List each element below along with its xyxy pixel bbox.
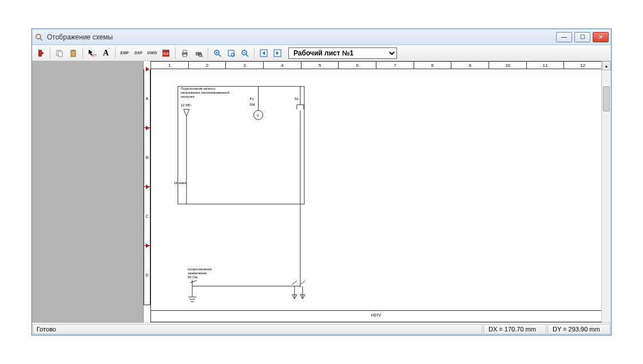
status-dy: DY = 293.90 mm: [547, 324, 610, 334]
app-window: Отображение схемы — ☐ ✕ ATT A EMF DXF DW…: [31, 29, 612, 335]
text-tool-button[interactable]: A: [100, 47, 112, 59]
sheet-selector[interactable]: Рабочий лист №1: [288, 47, 397, 59]
svg-rect-4: [58, 51, 62, 57]
export-pdf-button[interactable]: PDF: [160, 47, 172, 59]
export-emf-button[interactable]: EMF: [118, 47, 131, 59]
svg-rect-27: [178, 86, 304, 204]
workspace: ▴ 12 34 56 78 910 1112 A B C D: [32, 61, 611, 322]
left-panel: [32, 61, 144, 322]
separator: [50, 47, 50, 59]
svg-text:SM: SM: [250, 103, 255, 106]
scroll-up-button[interactable]: ▴: [602, 61, 611, 70]
zoom-fit-button[interactable]: [225, 47, 237, 59]
vertical-ruler: A B C D: [144, 69, 150, 305]
svg-rect-11: [183, 50, 186, 53]
svg-text:V: V: [257, 114, 259, 117]
print-button[interactable]: [178, 47, 191, 59]
separator: [82, 47, 83, 59]
svg-rect-6: [72, 50, 74, 51]
toolbar: ATT A EMF DXF DWG PDF Рабочий лист №1: [32, 45, 611, 61]
svg-line-58: [292, 281, 297, 285]
svg-text:Подключение низкого: Подключение низкого: [181, 87, 216, 90]
svg-rect-2: [38, 50, 42, 57]
window-buttons: — ☐ ✕: [556, 32, 609, 42]
schematic-svg: Подключение низкого напряжения запланиро…: [151, 69, 601, 322]
zoom-in-button[interactable]: [211, 47, 224, 59]
svg-text:заземления: заземления: [188, 271, 207, 275]
paste-button[interactable]: [67, 47, 80, 59]
svg-text:50 Ом: 50 Ом: [188, 275, 197, 279]
export-dxf-button[interactable]: DXF: [132, 47, 145, 59]
svg-text:12 КВт: 12 КВт: [181, 103, 192, 107]
print-preview-button[interactable]: [192, 47, 205, 59]
svg-line-1: [40, 38, 42, 41]
close-button[interactable]: ✕: [593, 32, 609, 42]
copy-button[interactable]: [53, 47, 66, 59]
separator: [254, 47, 255, 59]
separator: [115, 47, 116, 59]
svg-text:PDF: PDF: [163, 52, 169, 55]
svg-text:напряжения запланированной: напряжения запланированной: [181, 91, 229, 94]
zoom-out-button[interactable]: [239, 47, 251, 59]
svg-point-0: [36, 34, 41, 39]
prev-sheet-button[interactable]: [257, 47, 270, 59]
svg-text:16 мква: 16 мква: [174, 181, 186, 185]
app-icon: [34, 33, 43, 42]
svg-rect-12: [183, 54, 186, 57]
exit-button[interactable]: [34, 47, 47, 59]
svg-line-15: [201, 56, 203, 57]
svg-line-50: [190, 281, 197, 283]
svg-text:ATT: ATT: [92, 54, 97, 57]
maximize-button[interactable]: ☐: [574, 32, 590, 42]
svg-line-23: [246, 54, 248, 57]
schematic-drawing[interactable]: Подключение низкого напряжения запланиро…: [150, 69, 602, 322]
next-sheet-button[interactable]: [271, 47, 284, 59]
drawing-footer: H07V: [151, 310, 601, 319]
svg-text:сопротивление: сопротивление: [188, 267, 212, 271]
horizontal-ruler: 12 34 56 78 910 1112: [150, 61, 602, 69]
canvas-area[interactable]: ▴ 12 34 56 78 910 1112 A B C D: [144, 61, 611, 322]
export-dwg-button[interactable]: DWG: [146, 47, 158, 59]
status-dx: DX = 170.70 mm: [483, 324, 546, 334]
separator: [208, 47, 208, 59]
titlebar: Отображение схемы — ☐ ✕: [32, 29, 611, 45]
pointer-att-button[interactable]: ATT: [86, 47, 98, 59]
svg-text:нагрузки: нагрузки: [181, 95, 195, 98]
svg-line-17: [219, 54, 221, 57]
vertical-scrollbar-thumb[interactable]: [603, 86, 610, 111]
window-title: Отображение схемы: [47, 33, 556, 41]
svg-text:P1: P1: [250, 97, 255, 101]
separator: [175, 47, 176, 59]
statusbar: Готово DX = 170.70 mm DY = 293.90 mm: [32, 322, 611, 335]
minimize-button[interactable]: —: [556, 32, 572, 42]
status-ready: Готово: [33, 324, 482, 334]
svg-text:S1: S1: [295, 97, 299, 101]
svg-line-59: [300, 281, 305, 285]
